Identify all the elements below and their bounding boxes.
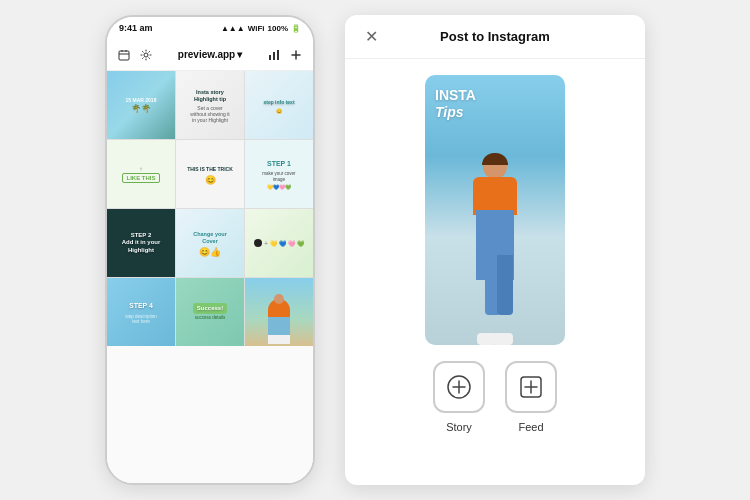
add-icon[interactable]	[289, 48, 303, 62]
status-time: 9:41 am	[119, 23, 153, 33]
cell-date-text: 15 MAR 2018	[126, 97, 157, 103]
grid-item[interactable]: STEP 4 step descriptiontext here	[107, 278, 175, 346]
grid-item[interactable]: THIS IS THE TRICK 😊	[176, 140, 244, 208]
grid-item[interactable]: Success! success details	[176, 278, 244, 346]
grid-item[interactable]: step info text 😊	[245, 71, 313, 139]
post-options: Story Feed	[433, 361, 557, 433]
chevron-down-icon: ▾	[237, 49, 242, 60]
status-bar: 9:41 am ▲▲▲ WiFi 100% 🔋	[107, 17, 313, 39]
battery-level: 100%	[268, 24, 288, 33]
grid-item[interactable]: 15 MAR 2018 🌴🌴	[107, 71, 175, 139]
battery-icon: 🔋	[291, 24, 301, 33]
photo-grid[interactable]: 15 MAR 2018 🌴🌴 Insta storyHighlight tip …	[107, 71, 313, 483]
settings-icon[interactable]	[139, 48, 153, 62]
feed-icon[interactable]	[505, 361, 557, 413]
grid-item[interactable]: ↑ LIKE THIS	[107, 140, 175, 208]
svg-rect-7	[277, 50, 279, 60]
story-preview: INSTA Tips	[425, 75, 565, 345]
chart-icon[interactable]	[267, 48, 281, 62]
wifi-icon: WiFi	[248, 24, 265, 33]
story-option[interactable]: Story	[433, 361, 485, 433]
grid-item[interactable]: + 💛💙🩷💚	[245, 209, 313, 277]
story-label: Story	[446, 421, 472, 433]
svg-point-4	[144, 53, 148, 57]
signal-icon: ▲▲▲	[221, 24, 245, 33]
close-button[interactable]: ✕	[361, 27, 381, 46]
panel-title: Post to Instagram	[381, 29, 609, 44]
svg-rect-6	[273, 52, 275, 60]
grid-item[interactable]: STEP 2Add it in yourHighlight	[107, 209, 175, 277]
svg-rect-5	[269, 55, 271, 60]
feed-label: Feed	[518, 421, 543, 433]
svg-rect-0	[119, 51, 129, 60]
calendar-icon[interactable]	[117, 48, 131, 62]
grid-item[interactable]: STEP 1 make your coverimage 💛💙🩷💚	[245, 140, 313, 208]
panel-content: INSTA Tips	[345, 59, 645, 485]
post-panel: ✕ Post to Instagram INSTA Tips	[345, 15, 645, 485]
story-icon[interactable]	[433, 361, 485, 413]
grid-item[interactable]	[245, 278, 313, 346]
grid-item[interactable]: Insta storyHighlight tip Set a coverwith…	[176, 71, 244, 139]
phone-mockup: 9:41 am ▲▲▲ WiFi 100% 🔋	[105, 15, 315, 485]
panel-header: ✕ Post to Instagram	[345, 15, 645, 59]
app-header: preview.app ▾	[107, 39, 313, 71]
feed-option[interactable]: Feed	[505, 361, 557, 433]
grid-item[interactable]: Change yourCover 😊👍	[176, 209, 244, 277]
story-preview-title: INSTA Tips	[435, 87, 555, 121]
app-title: preview.app ▾	[178, 49, 242, 60]
